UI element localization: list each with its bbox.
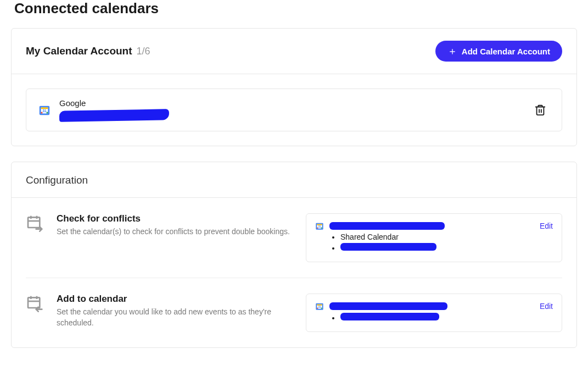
add-to-calendar-title: Add to calendar bbox=[57, 294, 293, 305]
check-conflicts-values: Edit Shared Calendar bbox=[306, 213, 562, 262]
check-conflicts-description: Set the calendar(s) to check for conflic… bbox=[57, 226, 293, 237]
calendar-accounts-title: My Calendar Account bbox=[26, 45, 132, 57]
page-title: Connected calendars bbox=[14, 0, 577, 17]
calendar-accounts-card: My Calendar Account 1/6 ＋ Add Calendar A… bbox=[11, 28, 577, 146]
calendar-provider-label: Google bbox=[59, 98, 522, 108]
check-conflicts-section: Check for conflicts Set the calendar(s) … bbox=[12, 198, 576, 278]
add-to-calendar-values: Edit bbox=[306, 294, 562, 332]
edit-conflicts-button[interactable]: Edit bbox=[540, 222, 553, 230]
edit-add-to-button[interactable]: Edit bbox=[540, 302, 553, 311]
add-calendar-account-button[interactable]: ＋ Add Calendar Account bbox=[435, 41, 562, 62]
add-to-calendar-item bbox=[340, 313, 553, 322]
check-conflicts-title: Check for conflicts bbox=[57, 213, 293, 224]
plus-icon: ＋ bbox=[447, 46, 457, 56]
add-to-calendar-section: Add to calendar Set the calendar you wou… bbox=[12, 278, 576, 347]
calendar-name-redacted bbox=[340, 243, 436, 251]
calendar-name-redacted bbox=[340, 313, 439, 320]
google-calendar-icon bbox=[315, 302, 324, 311]
add-calendar-account-label: Add Calendar Account bbox=[462, 47, 550, 56]
conflict-calendar-item bbox=[340, 243, 553, 252]
calendar-accounts-header: My Calendar Account 1/6 ＋ Add Calendar A… bbox=[12, 29, 576, 74]
google-calendar-icon bbox=[315, 222, 324, 230]
calendar-conflict-icon bbox=[26, 214, 43, 232]
google-calendar-icon bbox=[38, 104, 51, 116]
calendar-account-row: Google bbox=[26, 89, 562, 131]
calendar-accounts-count: 1/6 bbox=[137, 46, 150, 57]
calendar-name-redacted bbox=[329, 222, 445, 230]
conflict-calendar-item: Shared Calendar bbox=[340, 233, 553, 241]
configuration-card: Configuration Check for conflicts Set th… bbox=[11, 162, 577, 348]
calendar-name-redacted bbox=[329, 302, 447, 310]
delete-account-button[interactable] bbox=[531, 101, 550, 119]
configuration-title: Configuration bbox=[12, 162, 576, 198]
account-email-redacted bbox=[59, 109, 169, 121]
calendar-add-icon bbox=[26, 295, 43, 312]
trash-icon bbox=[534, 104, 546, 116]
add-to-calendar-description: Set the calendar you would like to add n… bbox=[57, 307, 293, 328]
